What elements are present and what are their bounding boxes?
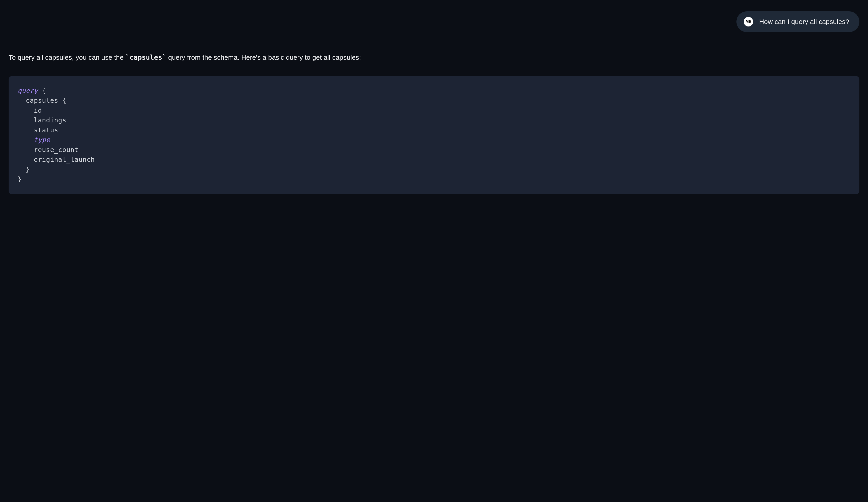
user-message-row: ME How can I query all capsules? — [9, 11, 859, 32]
code-line: landings — [18, 116, 850, 126]
avatar-label: ME — [745, 19, 752, 24]
backtick: ` — [125, 53, 130, 61]
code-block[interactable]: query { capsules { id landings status ty… — [9, 76, 859, 194]
response-text-1: To query all capsules, you can use the — [9, 54, 125, 61]
code-line: } — [18, 165, 850, 175]
code-line: capsules { — [18, 96, 850, 106]
code-line: status — [18, 126, 850, 135]
assistant-response-text: To query all capsules, you can use the `… — [9, 52, 859, 62]
code-line: type — [18, 135, 850, 145]
user-avatar: ME — [744, 17, 753, 27]
code-line: id — [18, 106, 850, 116]
code-line: } — [18, 174, 850, 184]
code-keyword: query — [18, 87, 38, 94]
code-line: query { — [18, 86, 850, 96]
code-keyword: type — [34, 136, 50, 144]
code-line: reuse_count — [18, 145, 850, 155]
code-indent — [18, 136, 34, 144]
user-message-text: How can I query all capsules? — [759, 18, 849, 26]
code-text: { — [38, 87, 46, 94]
code-line: original_launch — [18, 155, 850, 165]
response-text-2: query from the schema. Here's a basic qu… — [166, 54, 361, 61]
inline-code: capsules — [130, 53, 162, 61]
user-message-bubble: ME How can I query all capsules? — [736, 11, 859, 32]
backtick: ` — [162, 53, 166, 61]
